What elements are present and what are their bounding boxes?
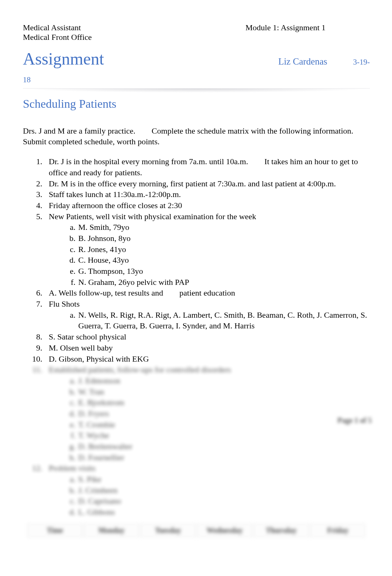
- list-item: L. Gibbons: [78, 507, 370, 518]
- table-header-day: Tuesday: [141, 524, 196, 537]
- intro-text: Drs. J and M are a family practice. Comp…: [23, 125, 370, 147]
- divider: [23, 88, 370, 93]
- list-item: J. Edmonson: [78, 375, 370, 386]
- sub-list: S. Pike J. Crimheen D. Caprisano L. Gibb…: [49, 474, 370, 518]
- sub-list: M. Smith, 79yo B. Johnson, 8yo R. Jones,…: [49, 222, 370, 287]
- table-header-day: Thursday: [254, 524, 309, 537]
- list-item: Friday afternoon the office closes at 2:…: [44, 200, 370, 211]
- list-item: D. Caprisano: [78, 496, 370, 507]
- list-item: B. Johnson, 8yo: [78, 233, 370, 244]
- list-item: R. Jones, 41yo: [78, 244, 370, 255]
- assignment-date-part2: 18: [23, 75, 370, 84]
- list-item-label: Established patients, follow-ups for con…: [49, 365, 231, 374]
- list-item: Dr. M is in the office every morning, fi…: [44, 178, 370, 189]
- subcourse-name: Medical Front Office: [23, 32, 92, 42]
- list-item: Problem visits S. Pike J. Crimheen D. Ca…: [44, 463, 370, 517]
- instruction-list: Dr. J is in the hospital every morning f…: [23, 156, 370, 518]
- assignment-date-part1: 3-19-: [353, 58, 370, 67]
- list-item: D. Fournellier: [78, 452, 370, 463]
- assignment-title: Assignment: [23, 49, 104, 69]
- list-item: E. Bjorkstrom: [78, 397, 370, 408]
- student-name: Liz Cardenas: [278, 56, 353, 67]
- sub-list: N. Wells, R. Rigt, R.A. Rigt, A. Lambert…: [49, 310, 370, 331]
- list-item: New Patients, well visit with physical e…: [44, 211, 370, 288]
- table-header-day: Monday: [84, 524, 139, 537]
- list-item: D. Gibson, Physical with EKG: [44, 353, 370, 365]
- list-item: M. Olsen well baby: [44, 342, 370, 353]
- list-item: N. Wells, R. Rigt, R.A. Rigt, A. Lambert…: [78, 310, 370, 331]
- list-item-label: New Patients, well visit with physical e…: [49, 212, 256, 221]
- list-item: G. Thompson, 13yo: [78, 266, 370, 277]
- list-item: D. Breitenwalter: [78, 441, 370, 452]
- title-row: Assignment Liz Cardenas 3-19-: [23, 49, 370, 69]
- list-item-label: Problem visits: [49, 463, 96, 473]
- list-item: S. Satar school physical: [44, 331, 370, 342]
- module-label: Module 1: Assignment 1: [245, 23, 326, 32]
- page-header: Medical Assistant Medical Front Office M…: [23, 23, 370, 42]
- table-header-day: Friday: [310, 524, 365, 537]
- list-item: M. Smith, 79yo: [78, 222, 370, 233]
- list-item: Established patients, follow-ups for con…: [44, 364, 370, 463]
- list-item: D. Fryers: [78, 408, 370, 419]
- list-item: T. Crombie: [78, 419, 370, 430]
- list-item: Flu Shots N. Wells, R. Rigt, R.A. Rigt, …: [44, 299, 370, 331]
- list-item: Staff takes lunch at 11:30a.m.-12:00p.m.: [44, 189, 370, 200]
- list-item: N. Graham, 26yo pelvic with PAP: [78, 277, 370, 288]
- course-name: Medical Assistant: [23, 23, 92, 32]
- table-header-time: Time: [27, 524, 82, 537]
- list-item-label: Flu Shots: [49, 299, 80, 308]
- list-item: T. Wyche: [78, 430, 370, 441]
- table-header-day: Wednesday: [197, 524, 252, 537]
- sub-list: J. Edmonson W. Tran E. Bjorkstrom D. Fry…: [49, 375, 370, 463]
- list-item: Dr. J is in the hospital every morning f…: [44, 156, 370, 178]
- page-number: Page 1 of 5: [337, 416, 372, 425]
- list-item: C. House, 43yo: [78, 255, 370, 266]
- schedule-table-header: Time Monday Tuesday Wednesday Thursday F…: [23, 524, 370, 537]
- list-item: J. Crimheen: [78, 485, 370, 496]
- list-item: A. Wells follow-up, test results and pat…: [44, 287, 370, 299]
- section-title: Scheduling Patients: [23, 97, 370, 111]
- list-item: W. Tran: [78, 386, 370, 397]
- list-item: S. Pike: [78, 474, 370, 485]
